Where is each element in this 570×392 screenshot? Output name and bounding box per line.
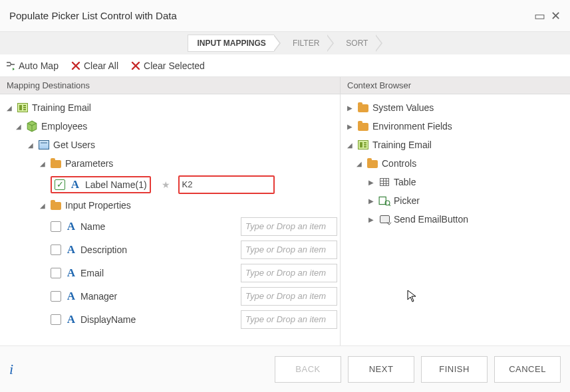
clear-selected-icon [130,60,141,71]
back-button: BACK [275,356,341,383]
tab-input-mappings[interactable]: INPUT MAPPINGS [188,35,281,52]
twisty-expanded-icon[interactable]: ◢ [27,141,35,149]
tab-sort[interactable]: SORT [334,35,382,52]
prop-row-description: ADescription Type or Drop an item [3,238,337,261]
twisty-expanded-icon[interactable]: ◢ [346,141,354,149]
folder-icon [366,157,378,169]
param-row-label-name: A Label Name(1) ★ K2 [3,173,337,196]
prop-description-checkbox[interactable] [51,245,61,255]
param-label-name-input[interactable]: K2 [178,175,275,194]
tree-node-employees[interactable]: ◢ Employees [3,117,337,136]
folder-icon [50,199,62,211]
clear-all-icon [71,60,81,71]
dialog-title: Populate Picker List Control with Data [9,10,177,21]
folder-icon [357,120,369,132]
form-icon [17,102,29,114]
cancel-button[interactable]: CANCEL [494,356,561,383]
twisty-collapsed-icon[interactable]: ▶ [346,104,354,112]
ctx-send-email-button[interactable]: ▶ Send EmailButton [343,210,567,229]
clear-selected-button[interactable]: Clear Selected [130,60,205,71]
prop-displayname-input[interactable]: Type or Drop an item [241,310,337,329]
text-field-icon: A [65,267,77,279]
prop-email-checkbox[interactable] [51,268,61,278]
picker-icon [378,195,390,207]
context-browser-header: Context Browser [341,77,570,94]
prop-description-input[interactable]: Type or Drop an item [241,241,337,259]
next-button[interactable]: NEXT [348,356,414,383]
ctx-environment-fields[interactable]: ▶ Environment Fields [343,117,567,136]
ctx-controls[interactable]: ◢ Controls [343,154,567,173]
smartobject-icon [38,139,50,151]
ctx-table[interactable]: ▶ Table [343,173,567,191]
maximize-icon[interactable]: ▭ [534,9,545,23]
close-icon[interactable]: ✕ [551,9,561,23]
ctx-system-values[interactable]: ▶ System Values [343,98,567,117]
twisty-expanded-icon[interactable]: ◢ [5,104,13,112]
prop-displayname-checkbox[interactable] [51,314,61,325]
twisty-collapsed-icon[interactable]: ▶ [367,197,375,205]
prop-row-name: AName Type or Drop an item [3,215,337,238]
table-icon [378,176,390,188]
titlebar: Populate Picker List Control with Data ▭… [0,0,570,32]
prop-manager-checkbox[interactable] [51,291,61,302]
prop-row-manager: AManager Type or Drop an item [3,284,337,308]
auto-map-icon [5,60,16,71]
text-field-icon: A [69,179,81,191]
tab-filter[interactable]: FILTER [281,35,334,52]
prop-name-input[interactable]: Type or Drop an item [241,217,337,236]
footer: i BACK NEXT FINISH CANCEL [0,345,570,392]
wizard-tabs: INPUT MAPPINGS FILTER SORT [0,32,570,54]
folder-icon [357,102,369,114]
twisty-expanded-icon[interactable]: ◢ [39,159,47,167]
context-browser-tree: ▶ System Values ▶ Environment Fields ◢ T… [341,94,570,345]
clear-all-button[interactable]: Clear All [71,60,118,71]
panel-headers: Mapping Destinations Context Browser [0,77,570,94]
twisty-expanded-icon[interactable]: ◢ [355,159,363,167]
toolbar: Auto Map Clear All Clear Selected [0,54,570,77]
button-control-icon [378,213,390,225]
folder-icon [50,157,62,169]
twisty-collapsed-icon[interactable]: ▶ [367,178,375,186]
required-star-icon: ★ [162,179,170,190]
twisty-collapsed-icon[interactable]: ▶ [367,215,375,223]
prop-name-checkbox[interactable] [51,221,61,232]
info-icon[interactable]: i [9,361,13,378]
twisty-expanded-icon[interactable]: ◢ [15,122,23,130]
tree-node-input-properties[interactable]: ◢ Input Properties [3,196,337,215]
form-icon [357,139,369,151]
prop-email-input[interactable]: Type or Drop an item [241,264,337,282]
tree-node-parameters[interactable]: ◢ Parameters [3,154,337,173]
mapping-destinations-header: Mapping Destinations [0,77,341,94]
twisty-collapsed-icon[interactable]: ▶ [346,122,354,130]
prop-manager-input[interactable]: Type or Drop an item [241,287,337,306]
text-field-icon: A [65,290,77,302]
tree-node-get-users[interactable]: ◢ Get Users [3,136,337,154]
mapping-destinations-tree: ◢ Training Email ◢ Employees ◢ Get Users… [0,94,341,345]
twisty-expanded-icon[interactable]: ◢ [39,201,47,209]
finish-button[interactable]: FINISH [421,356,488,383]
cube-icon [26,120,38,132]
prop-row-email: AEmail Type or Drop an item [3,261,337,284]
param-label: Label Name(1) [85,179,147,190]
text-field-icon: A [65,244,77,256]
text-field-icon: A [65,221,77,233]
ctx-picker[interactable]: ▶ Picker [343,191,567,210]
ctx-training-email[interactable]: ◢ Training Email [343,136,567,154]
prop-row-displayname: ADisplayName Type or Drop an item [3,308,337,331]
auto-map-button[interactable]: Auto Map [5,60,59,71]
text-field-icon: A [65,314,77,326]
tree-node-training-email[interactable]: ◢ Training Email [3,98,337,117]
param-label-name-checkbox[interactable] [55,179,65,190]
